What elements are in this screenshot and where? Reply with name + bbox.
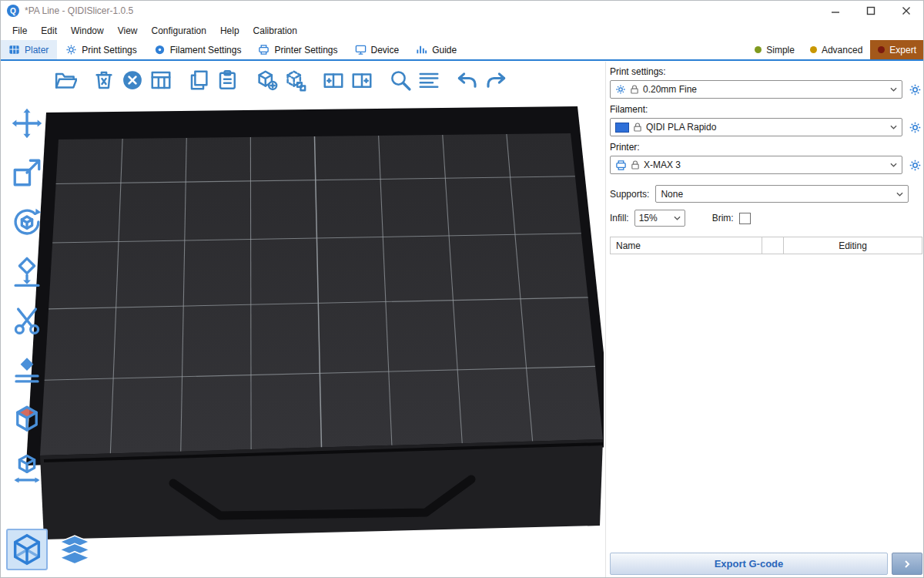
filament-label: Filament: — [610, 104, 922, 115]
print-settings-label: Print settings: — [610, 66, 922, 77]
place-on-face-button[interactable] — [8, 253, 46, 290]
split-objects-icon — [255, 69, 278, 92]
delete-button[interactable] — [89, 66, 118, 94]
column-header-name[interactable]: Name — [610, 237, 762, 254]
print-settings-gear-button[interactable] — [907, 82, 922, 97]
print-settings-select[interactable]: 0.20mm Fine — [610, 80, 902, 99]
folder-open-icon — [54, 69, 77, 92]
search-icon — [389, 69, 412, 92]
tab-plater-label: Plater — [25, 45, 49, 55]
chevron-right-icon — [902, 560, 912, 569]
filament-value: QIDI PLA Rapido — [646, 122, 716, 133]
printer-icon — [615, 160, 627, 171]
tab-guide-label: Guide — [432, 45, 457, 55]
move-button[interactable] — [8, 105, 46, 142]
main-toolbar — [51, 66, 510, 94]
mode-switcher: Simple Advanced Expert — [747, 40, 924, 59]
open-button[interactable] — [51, 66, 79, 94]
maximize-button[interactable] — [853, 0, 889, 22]
mode-advanced[interactable]: Advanced — [802, 40, 870, 59]
paste-button[interactable] — [213, 66, 242, 94]
mode-simple[interactable]: Simple — [747, 40, 802, 59]
dropdown-arrow-icon — [886, 163, 897, 167]
bed-front-face — [40, 439, 603, 539]
gizmo-toolbar — [8, 105, 46, 487]
printer-gear-button[interactable] — [907, 157, 922, 173]
close-button[interactable] — [889, 0, 924, 22]
gear-icon — [909, 159, 922, 172]
instance-remove-button[interactable] — [347, 66, 376, 94]
infill-value: 15% — [639, 213, 658, 223]
place-on-face-icon — [11, 255, 43, 287]
supports-value: None — [661, 189, 683, 200]
undo-button[interactable] — [453, 66, 481, 94]
printer-select[interactable]: X-MAX 3 — [610, 156, 902, 174]
cut-button[interactable] — [8, 302, 46, 339]
split-objects-button[interactable] — [252, 66, 280, 94]
tab-guide[interactable]: Guide — [407, 40, 465, 59]
filament-color-swatch — [615, 123, 629, 133]
tab-device[interactable]: Device — [346, 40, 408, 59]
instance-add-icon — [322, 69, 345, 92]
menu-file[interactable]: File — [5, 25, 34, 36]
mode-expert[interactable]: Expert — [870, 40, 924, 59]
column-header-editing[interactable]: Editing — [784, 237, 922, 254]
seam-paint-button[interactable] — [8, 351, 46, 388]
menu-edit[interactable]: Edit — [34, 25, 64, 36]
cut-scissors-icon — [11, 304, 43, 337]
menu-window[interactable]: Window — [64, 25, 111, 36]
trash-icon — [92, 69, 116, 92]
rotate-icon — [11, 206, 43, 238]
menu-view[interactable]: View — [111, 25, 145, 36]
supports-select[interactable]: None — [655, 185, 909, 203]
filament-gear-button[interactable] — [907, 119, 922, 135]
column-header-extruder[interactable] — [762, 237, 784, 254]
viewport-3d[interactable] — [0, 62, 604, 565]
view-3d-button[interactable] — [6, 529, 48, 570]
export-options-button[interactable] — [892, 553, 922, 575]
layers-lines-icon — [417, 69, 440, 92]
export-gcode-button[interactable]: Export G-code — [610, 553, 888, 575]
advanced-mode-dot-icon — [810, 46, 817, 53]
redo-button[interactable] — [481, 66, 510, 94]
filament-select[interactable]: QIDI PLA Rapido — [610, 118, 902, 136]
instance-remove-icon — [350, 69, 373, 92]
object-list-table: Name Editing — [610, 237, 922, 547]
print-bed[interactable] — [0, 62, 604, 565]
minimize-button[interactable] — [818, 0, 853, 22]
scale-button[interactable] — [8, 154, 46, 191]
menu-configuration[interactable]: Configuration — [145, 25, 213, 36]
brim-label: Brim: — [712, 213, 734, 223]
minimize-icon — [831, 6, 840, 15]
paint-button[interactable] — [8, 401, 46, 438]
split-parts-icon — [283, 69, 306, 92]
delete-all-button[interactable] — [118, 66, 146, 94]
filament-settings-icon — [154, 44, 166, 55]
menu-calibration[interactable]: Calibration — [246, 25, 304, 36]
redo-icon — [484, 69, 507, 92]
measure-button[interactable] — [8, 450, 46, 487]
tab-printer-settings[interactable]: Printer Settings — [249, 40, 346, 59]
infill-select[interactable]: 15% — [634, 210, 685, 227]
menu-help[interactable]: Help — [213, 25, 246, 36]
copy-button[interactable] — [185, 66, 213, 94]
view-switcher — [6, 529, 95, 570]
arrange-button[interactable] — [146, 66, 175, 94]
cube-3d-icon — [9, 532, 45, 567]
lock-icon — [631, 160, 639, 170]
split-parts-button[interactable] — [280, 66, 309, 94]
tab-filament-settings-label: Filament Settings — [170, 45, 242, 55]
brim-checkbox[interactable] — [739, 213, 751, 224]
rotate-button[interactable] — [8, 203, 46, 240]
paste-icon — [216, 69, 239, 92]
tab-filament-settings[interactable]: Filament Settings — [146, 40, 250, 59]
instance-add-button[interactable] — [319, 66, 347, 94]
tab-print-settings[interactable]: Print Settings — [57, 40, 145, 59]
tab-plater[interactable]: Plater — [0, 40, 57, 59]
view-layers-button[interactable] — [54, 529, 95, 570]
search-button[interactable] — [386, 66, 414, 94]
gear-icon — [909, 121, 922, 134]
dropdown-arrow-icon — [886, 87, 897, 92]
object-list[interactable] — [610, 254, 922, 547]
variable-layer-height-button[interactable] — [414, 66, 443, 94]
